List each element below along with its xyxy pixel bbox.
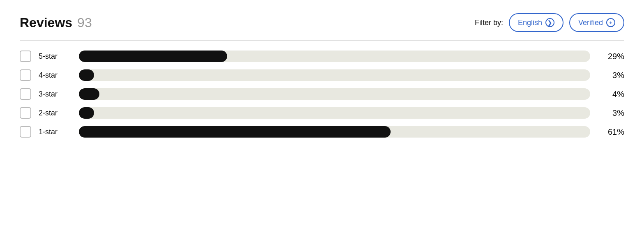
rating-row: 2-star 3% [20, 107, 624, 119]
pct-label-5: 61% [598, 127, 624, 137]
rating-checkbox-4[interactable] [20, 107, 31, 119]
rating-row: 1-star 61% [20, 126, 624, 138]
filter-verified-icon: + [606, 18, 615, 27]
header-left: Reviews 93 [20, 15, 92, 30]
pct-label-3: 4% [598, 90, 624, 99]
bar-fill-2 [79, 69, 94, 81]
filter-english-label: English [518, 18, 542, 27]
rating-checkbox-3[interactable] [20, 88, 31, 100]
pct-label-1: 29% [598, 52, 624, 61]
rating-checkbox-5[interactable] [20, 126, 31, 138]
rating-checkbox-1[interactable] [20, 51, 31, 62]
bar-fill-4 [79, 107, 94, 119]
bar-container-5 [79, 126, 590, 138]
section-divider [20, 40, 624, 41]
reviews-title: Reviews [20, 15, 72, 30]
rating-row: 4-star 3% [20, 69, 624, 81]
bar-container-2 [79, 69, 590, 81]
star-label-5: 1-star [39, 128, 71, 136]
reviews-header: Reviews 93 Filter by: English ❯ Verified… [20, 13, 624, 32]
header-right: Filter by: English ❯ Verified + [475, 13, 624, 32]
bar-container-3 [79, 88, 590, 100]
reviews-count: 93 [77, 15, 92, 30]
filter-english-icon: ❯ [545, 18, 554, 27]
pct-label-4: 3% [598, 108, 624, 118]
pct-label-2: 3% [598, 71, 624, 80]
star-label-2: 4-star [39, 71, 71, 80]
bar-fill-1 [79, 51, 227, 62]
rating-row: 5-star 29% [20, 51, 624, 62]
star-label-3: 3-star [39, 90, 71, 99]
star-label-1: 5-star [39, 52, 71, 61]
star-label-4: 2-star [39, 109, 71, 117]
bar-container-4 [79, 107, 590, 119]
rating-row: 3-star 4% [20, 88, 624, 100]
bar-fill-3 [79, 88, 99, 100]
rating-checkbox-2[interactable] [20, 69, 31, 81]
bar-fill-5 [79, 126, 391, 138]
filter-verified-label: Verified [578, 18, 603, 27]
filter-english-button[interactable]: English ❯ [509, 13, 564, 32]
filter-label: Filter by: [475, 18, 503, 27]
bar-container-1 [79, 51, 590, 62]
filter-verified-button[interactable]: Verified + [569, 13, 624, 32]
rating-rows: 5-star 29% 4-star 3% 3-star 4% 2-star [20, 51, 624, 138]
